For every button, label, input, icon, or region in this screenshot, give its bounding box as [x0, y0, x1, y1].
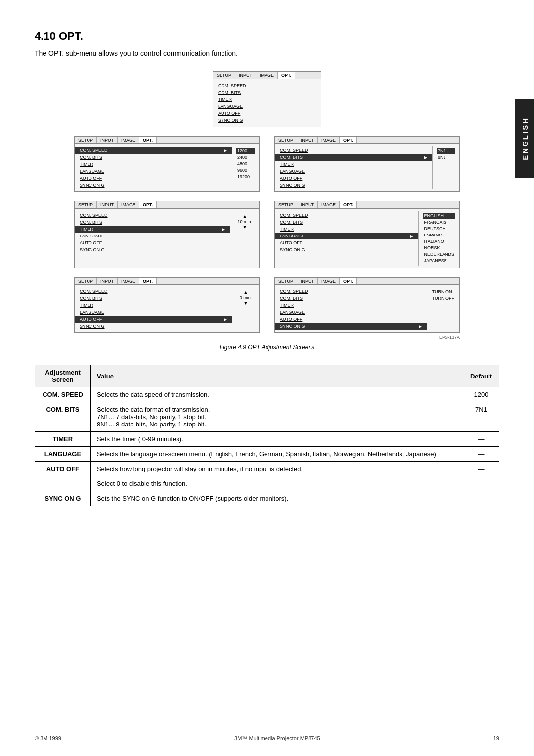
- row-com-speed-value: Selects the data speed of transmission.: [90, 387, 463, 402]
- ao-submenu: ▲ 0 min. ▼: [232, 287, 259, 331]
- la-tab-input: INPUT: [297, 201, 318, 208]
- la-body: COM. SPEED COM. BITS TIMER LANGUAGE ▶ AU…: [275, 209, 459, 268]
- la-sub-italiano: ITALIANO: [423, 238, 455, 244]
- timer-sub-container: ▲ 10 min. ▼: [234, 213, 255, 231]
- row-sync-on-g-label: SYNC ON G: [35, 491, 91, 506]
- cs-items: COM. SPEED ▶ COM. BITS TIMER LANGUAGE AU…: [75, 146, 232, 189]
- ti-body: COM. SPEED COM. BITS TIMER ▶ LANGUAGE AU…: [75, 209, 259, 256]
- cb-item-com-bits: COM. BITS ▶: [275, 154, 432, 161]
- row-timer-default: —: [463, 432, 499, 447]
- tab-setup: SETUP: [213, 72, 235, 79]
- cs-tab-input: INPUT: [97, 137, 118, 143]
- la-item-sync-on-g: SYNC ON G: [275, 246, 418, 253]
- cb-item-language: LANGUAGE: [275, 168, 432, 175]
- row-com-speed-label: COM. SPEED: [35, 387, 91, 402]
- com-speed-screen: SETUP INPUT IMAGE OPT. COM. SPEED ▶ COM.…: [74, 136, 260, 192]
- timer-up-arrow: ▲: [243, 214, 247, 219]
- menu-item-timer: TIMER: [213, 96, 321, 103]
- footer-center: 3M™ Multimedia Projector MP8745: [234, 735, 320, 741]
- ao-tab-image: IMAGE: [118, 278, 139, 284]
- la-item-com-speed: COM. SPEED: [275, 212, 418, 219]
- cb-item-auto-off: AUTO OFF: [275, 175, 432, 182]
- ao-down-arrow: ▼: [244, 301, 248, 306]
- ti-item-sync-on-g: SYNC ON G: [75, 246, 230, 253]
- page-container: ENGLISH 4.10 OPT. The OPT. sub-menu allo…: [0, 0, 534, 536]
- page-footer: © 3M 1999 3M™ Multimedia Projector MP874…: [35, 735, 499, 741]
- com-bits-screen: SETUP INPUT IMAGE OPT. COM. SPEED COM. B…: [274, 136, 460, 192]
- ti-tab-setup: SETUP: [75, 201, 97, 208]
- table-row: SYNC ON G Sets the SYNC on G function to…: [35, 491, 499, 506]
- ao-tab-opt: OPT.: [139, 278, 157, 284]
- row-com-bits-value: Selects the data format of transmission.…: [90, 402, 463, 432]
- menu-item-sync-on-g: SYNC ON G: [213, 117, 321, 124]
- sg-body: COM. SPEED COM. BITS TIMER LANGUAGE AUTO…: [275, 285, 459, 332]
- sg-item-timer: TIMER: [275, 302, 427, 309]
- la-tabs: SETUP INPUT IMAGE OPT.: [275, 201, 459, 209]
- ao-item-auto-off: AUTO OFF ▶: [75, 316, 232, 323]
- table-row: TIMER Sets the timer ( 0-99 minutes). —: [35, 432, 499, 447]
- tab-input: INPUT: [235, 72, 256, 79]
- ti-item-timer: TIMER ▶: [75, 226, 230, 233]
- footer-left: © 3M 1999: [35, 735, 61, 741]
- cs-body: COM. SPEED ▶ COM. BITS TIMER LANGUAGE AU…: [75, 144, 259, 191]
- sg-submenu: TURN ON TURN OFF: [427, 287, 460, 331]
- side-tab: ENGLISH: [515, 99, 534, 178]
- ao-items: COM. SPEED COM. BITS TIMER LANGUAGE AUTO…: [75, 287, 232, 331]
- overview-screen: SETUP INPUT IMAGE OPT. COM. SPEED COM. B…: [213, 71, 321, 127]
- cb-tabs: SETUP INPUT IMAGE OPT.: [275, 137, 459, 144]
- tab-opt: OPT.: [278, 72, 295, 79]
- sg-item-com-speed: COM. SPEED: [275, 288, 427, 295]
- overview-tabs: SETUP INPUT IMAGE OPT.: [213, 72, 321, 79]
- ti-items: COM. SPEED COM. BITS TIMER ▶ LANGUAGE AU…: [75, 211, 230, 254]
- la-sub-nederlands: NEDERLANDS: [423, 251, 455, 257]
- cb-items: COM. SPEED COM. BITS ▶ TIMER LANGUAGE AU…: [275, 146, 432, 189]
- sg-tab-opt: OPT.: [340, 278, 357, 284]
- la-item-com-bits: COM. BITS: [275, 219, 418, 226]
- auto-off-screen: SETUP INPUT IMAGE OPT. COM. SPEED COM. B…: [74, 277, 260, 333]
- timer-screen: SETUP INPUT IMAGE OPT. COM. SPEED COM. B…: [74, 201, 260, 268]
- timer-down-arrow: ▼: [243, 225, 247, 230]
- la-sub-norsk: NORSK: [423, 245, 455, 251]
- la-submenu: ENGLISH FRANCAIS DEUTSCH ESPANOL ITALIAN…: [418, 211, 459, 266]
- ao-tab-setup: SETUP: [75, 278, 97, 284]
- ti-tab-input: INPUT: [97, 201, 118, 208]
- top-screen-row: SETUP INPUT IMAGE OPT. COM. SPEED COM. B…: [213, 71, 321, 127]
- cb-tab-image: IMAGE: [318, 137, 340, 143]
- ti-tab-image: IMAGE: [118, 201, 139, 208]
- cs-tab-setup: SETUP: [75, 137, 97, 143]
- figure-caption: Figure 4.9 OPT Adjustment Screens: [220, 344, 314, 351]
- row-com-speed-default: 1200: [463, 387, 499, 402]
- row-language-default: —: [463, 447, 499, 462]
- la-item-timer: TIMER: [275, 226, 418, 233]
- ti-tabs: SETUP INPUT IMAGE OPT.: [75, 201, 259, 209]
- la-sub-francais: FRANCAIS: [423, 219, 455, 225]
- cs-sub-9600: 9600: [236, 167, 255, 173]
- col-header-value: Value: [90, 365, 463, 387]
- row-language-label: LANGUAGE: [35, 447, 91, 462]
- cs-item-sync-on-g: SYNC ON G: [75, 182, 232, 189]
- ao-item-com-speed: COM. SPEED: [75, 288, 232, 295]
- la-tab-image: IMAGE: [318, 201, 340, 208]
- cb-item-timer: TIMER: [275, 161, 432, 168]
- cb-sub-8n1: 8N1: [437, 154, 455, 160]
- info-table: AdjustmentScreen Value Default COM. SPEE…: [35, 365, 499, 506]
- cb-item-com-speed: COM. SPEED: [275, 147, 432, 154]
- cs-item-com-bits: COM. BITS: [75, 154, 232, 161]
- language-screen: SETUP INPUT IMAGE OPT. COM. SPEED COM. B…: [274, 201, 460, 268]
- sg-items: COM. SPEED COM. BITS TIMER LANGUAGE AUTO…: [275, 287, 427, 331]
- sg-tab-image: IMAGE: [318, 278, 340, 284]
- table-row: COM. SPEED Selects the data speed of tra…: [35, 387, 499, 402]
- table-row: AUTO OFF Selects how long projector will…: [35, 462, 499, 491]
- la-item-auto-off: AUTO OFF: [275, 239, 418, 246]
- cs-sub-1200: 1200: [236, 148, 255, 154]
- sg-item-sync-on-g: SYNC ON G ▶: [275, 323, 427, 330]
- section-heading: 4.10 OPT.: [35, 30, 499, 43]
- cs-tabs: SETUP INPUT IMAGE OPT.: [75, 137, 259, 144]
- screens-grid: SETUP INPUT IMAGE OPT. COM. SPEED ▶ COM.…: [74, 136, 460, 333]
- cb-item-sync-on-g: SYNC ON G: [275, 182, 432, 189]
- section-desc: The OPT. sub-menu allows you to control …: [35, 49, 499, 57]
- cb-tab-input: INPUT: [297, 137, 318, 143]
- ao-item-sync-on-g: SYNC ON G: [75, 323, 232, 330]
- cs-sub-2400: 2400: [236, 154, 255, 160]
- col-header-screen: AdjustmentScreen: [35, 365, 91, 387]
